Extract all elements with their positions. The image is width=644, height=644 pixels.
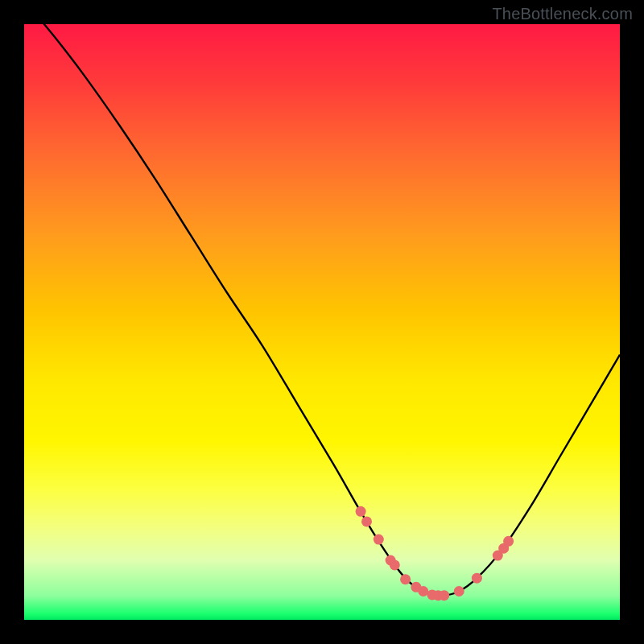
plot-area <box>24 24 620 620</box>
highlight-points <box>356 506 514 601</box>
marker-dot <box>454 586 464 597</box>
marker-dot <box>374 535 384 545</box>
marker-dot <box>418 586 428 597</box>
curve-svg <box>24 24 620 620</box>
watermark-text: TheBottleneck.com <box>492 5 633 23</box>
marker-dot <box>400 574 411 584</box>
marker-dot <box>472 573 482 584</box>
marker-dot <box>390 559 400 570</box>
marker-dot <box>356 506 366 517</box>
marker-dot <box>361 516 372 526</box>
marker-dot <box>439 590 449 601</box>
marker-dot <box>503 536 514 547</box>
bottleneck-curve <box>24 0 620 596</box>
chart-frame: TheBottleneck.com <box>0 0 644 644</box>
